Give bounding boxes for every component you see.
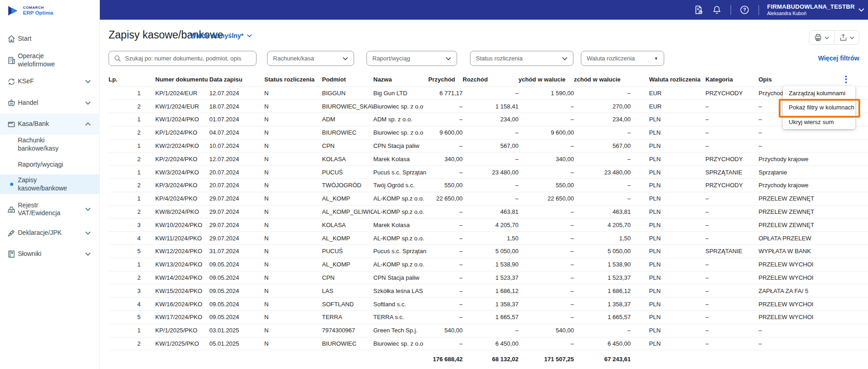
cell-numer_dokumentu[interactable]: KW/1/2025/PKO: [141, 337, 209, 350]
pen-nib-icon: [7, 229, 16, 237]
table-row[interactable]: 1KW/2/2024/PKO10.07.2024NCPNCPN Stacja p…: [109, 139, 868, 152]
filter-raport-wyciag[interactable]: Raport/wyciąg: [366, 51, 457, 66]
table-row[interactable]: 2KW/8/2024/PKO29.07.2024NAL_KOMP_GLIWICI…: [109, 205, 868, 218]
menu-item-show-filters-in-columns[interactable]: Pokaż filtry w kolumnach: [783, 100, 855, 114]
total-empty: [759, 350, 868, 368]
column-header-waluta_rozliczenia[interactable]: Waluta rozliczenia: [631, 73, 705, 87]
sidebar-item-rejestr-vat-ewidencja[interactable]: Rejestr VAT/Ewidencja: [0, 196, 100, 222]
column-header-status_rozliczenia[interactable]: Status rozliczenia: [264, 73, 322, 87]
table-row[interactable]: 4KW/16/2024/PKO09.05.2024NSOFTLANDSoftla…: [109, 298, 868, 311]
column-menu-button[interactable]: [842, 73, 850, 85]
filter-waluta-rozliczenia[interactable]: Waluta rozliczenia ▼: [581, 51, 664, 66]
column-header-podmiot[interactable]: Podmiot: [322, 73, 373, 87]
cell-numer_dokumentu[interactable]: KW/1/2024/EUR: [141, 100, 209, 113]
cell-numer_dokumentu[interactable]: KW/8/2024/PKO: [141, 205, 209, 218]
cell-status_rozliczenia: N: [264, 245, 322, 258]
table-row[interactable]: 2KP/1/2024/PKO04.07.2024NBIUROWIECBiurow…: [109, 126, 868, 139]
sidebar-item-deklaracje-jpk[interactable]: Deklaracje/JPK: [0, 222, 100, 244]
table-row[interactable]: 5KW/17/2024/PKO09.05.2024NTERRATERRA s.c…: [109, 311, 868, 324]
sidebar-item-slowniki[interactable]: Słowniki: [0, 244, 100, 265]
cell-przychod_w_walucie: –: [519, 139, 574, 152]
cell-numer_dokumentu[interactable]: KW/15/2024/PKO: [141, 284, 209, 298]
company-selector[interactable]: FIRMABUDOWLANA_TESTBR Aleksandra Kuboń: [767, 3, 855, 16]
sidebar-item-kasa-bank[interactable]: Kasa/Bank: [0, 114, 100, 135]
column-header-rozchod[interactable]: Rozchód: [463, 73, 519, 87]
cell-numer_dokumentu[interactable]: KP/3/2024/PKO: [141, 179, 209, 192]
filter-rachunek-kasa[interactable]: Rachunek/kasa: [267, 51, 354, 66]
menu-item-manage-columns[interactable]: Zarządzaj kolumnami: [783, 86, 855, 100]
sidebar-item-ksef[interactable]: KSeF: [0, 71, 100, 92]
cell-numer_dokumentu[interactable]: KP/1/2025/PKO: [141, 324, 209, 337]
table-row[interactable]: 1KW/1/2024/PKO01.07.2024NADMADM sp. z o.…: [109, 113, 868, 126]
cell-numer_dokumentu[interactable]: KW/13/2024/PKO: [141, 258, 209, 271]
cell-numer_dokumentu[interactable]: KP/1/2024/EUR: [141, 87, 209, 100]
help-icon[interactable]: ?: [740, 5, 750, 15]
cell-podmiot: AL_KOMP: [322, 192, 373, 205]
column-header-nazwa[interactable]: Nazwa: [373, 73, 428, 87]
column-header-data_zapisu[interactable]: Data zapisu: [209, 73, 264, 87]
cell-przychod_w_walucie: –: [519, 166, 574, 179]
column-header-przychod[interactable]: Przychód: [428, 73, 463, 87]
cell-rozchod_w_walucie: 463,81: [574, 205, 631, 218]
cell-numer_dokumentu[interactable]: KW/17/2024/PKO: [141, 311, 209, 324]
sidebar-item-raporty-wyciagi[interactable]: Raporty/wyciągi: [0, 155, 100, 174]
table-row[interactable]: 2KP/3/2024/PKO20.07.2024NTWÓJOGRÓDTwój O…: [109, 179, 868, 192]
table-row[interactable]: 1KP/4/2024/PKO29.07.2024NAL_KOMPAL-KOMP …: [109, 192, 868, 205]
sidebar-item-zapisy-kasowe-bankowe[interactable]: Zapisy kasowe/bankowe: [0, 174, 100, 194]
filter-status-rozliczenia[interactable]: Status rozliczenia: [470, 51, 573, 66]
cell-numer_dokumentu[interactable]: KW/1/2024/PKO: [141, 113, 209, 126]
sidebar-item-rachunki-bankowe-kasy[interactable]: Rachunki bankowe/kasy: [0, 135, 100, 154]
cell-numer_dokumentu[interactable]: KP/1/2024/PKO: [141, 126, 209, 139]
table-row[interactable]: 2KW/1/2024/EUR18.07.2024NBIUROWIEC_SKAWB…: [109, 100, 868, 113]
cell-numer_dokumentu[interactable]: KW/11/2024/PKO: [141, 232, 209, 245]
table-row[interactable]: 1KW/3/2024/PKO20.07.2024NPUCUŚPucuś s.c.…: [109, 166, 868, 179]
table-row[interactable]: 3KW/10/2024/PKO29.07.2024NKOLASAMarek Ko…: [109, 218, 868, 232]
column-header-rozchod_w_walucie[interactable]: zchód w walucie: [574, 73, 631, 87]
column-header-lp[interactable]: Lp.: [109, 73, 141, 87]
export-button[interactable]: [835, 31, 859, 44]
cell-numer_dokumentu[interactable]: KW/3/2024/PKO: [141, 166, 209, 179]
cell-nazwa: Marek Kolasa: [373, 152, 428, 166]
view-selector[interactable]: Widok domyślny*: [190, 32, 252, 39]
cell-numer_dokumentu[interactable]: KW/14/2024/PKO: [141, 271, 209, 284]
column-header-numer_dokumentu[interactable]: Numer dokumentu: [141, 73, 209, 87]
cell-numer_dokumentu[interactable]: KW/16/2024/PKO: [141, 298, 209, 311]
cell-numer_dokumentu[interactable]: KW/10/2024/PKO: [141, 218, 209, 232]
column-header-opis[interactable]: Opis: [759, 73, 868, 87]
sidebar-item-handel[interactable]: Handel: [0, 92, 100, 114]
cell-rozchod: –: [463, 179, 519, 192]
more-filters-link[interactable]: Więcej filtrów: [818, 54, 859, 62]
table-row[interactable]: 2KP/2/2024/PKO12.07.2024NKOLASAMarek Kol…: [109, 152, 868, 166]
cell-przychod_w_walucie: –: [519, 218, 574, 232]
table-row[interactable]: 2KW/14/2024/PKO09.05.2024NCPNCPN Stacja …: [109, 271, 868, 284]
cell-waluta_rozliczenia: PLN: [631, 113, 705, 126]
menu-item-hide-sum-row[interactable]: Ukryj wiersz sum: [783, 115, 855, 129]
table-row[interactable]: 4KW/11/2024/PKO29.07.2024NAL_KOMPAL-KOMP…: [109, 232, 868, 245]
cell-numer_dokumentu[interactable]: KP/2/2024/PKO: [141, 152, 209, 166]
topbar-divider: [731, 5, 731, 15]
cell-numer_dokumentu[interactable]: KW/2/2024/PKO: [141, 139, 209, 152]
table-row[interactable]: 1KW/13/2024/PKO09.05.2024NAL_KOMPAL-KOMP…: [109, 258, 868, 271]
search-input[interactable]: [125, 55, 251, 62]
cell-numer_dokumentu[interactable]: KW/12/2024/PKO: [141, 245, 209, 258]
table-row[interactable]: 3KW/15/2024/PKO09.05.2024NLASSzkółka leś…: [109, 284, 868, 298]
column-header-przychod_w_walucie[interactable]: ychód w walucie: [519, 73, 574, 87]
print-button[interactable]: [809, 31, 834, 44]
cell-numer_dokumentu[interactable]: KP/4/2024/PKO: [141, 192, 209, 205]
column-header-kategoria[interactable]: Kategoria: [705, 73, 759, 87]
cell-przychod_w_walucie: –: [519, 298, 574, 311]
chevron-down-icon: [247, 34, 252, 38]
table-row[interactable]: 1KP/1/2024/EUR12.07.2024NBIGGUNBig Gun L…: [109, 87, 868, 100]
sidebar-item-operacje-wielofirmowe[interactable]: Operacje wielofirmowe: [0, 49, 100, 71]
cell-waluta_rozliczenia: PLN: [631, 324, 705, 337]
chevron-down-icon[interactable]: [858, 8, 864, 12]
table-row[interactable]: 5KW/12/2024/PKO31.07.2024NPUCUŚPucuś s.c…: [109, 245, 868, 258]
main-content: Zapisy kasowe/bankowe Widok domyślny* Ra…: [100, 20, 868, 369]
document-report-icon[interactable]: [693, 5, 704, 15]
table-row[interactable]: 2KW/1/2025/PKO05.01.2025NBIUROWIECBiurow…: [109, 337, 868, 350]
sidebar-item-start[interactable]: Start: [0, 28, 100, 49]
table-row[interactable]: 1KP/1/2025/PKO03.01.2025N7974300967Green…: [109, 324, 868, 337]
sidebar-item-label: Zapisy kasowe/bankowe: [18, 176, 82, 192]
notifications-bell-icon[interactable]: [712, 5, 722, 15]
cell-rozchod: 23 480,00: [463, 166, 519, 179]
